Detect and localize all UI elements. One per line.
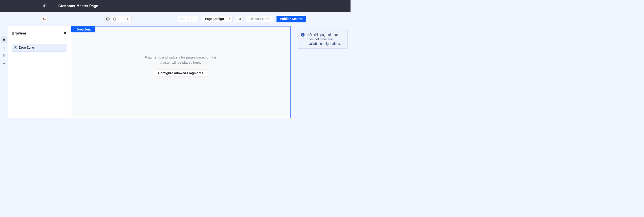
device-landscape-button[interactable] xyxy=(118,16,125,22)
svg-point-31 xyxy=(73,30,74,30)
more-menu-icon[interactable] xyxy=(324,3,329,9)
work-area: Browser Drop Zone xyxy=(0,26,351,118)
svg-rect-5 xyxy=(106,18,110,20)
svg-point-3 xyxy=(326,6,326,6)
mode-select[interactable]: Page Design xyxy=(202,16,232,22)
dropzone-chip-label: Drop Zone xyxy=(77,28,91,31)
svg-point-27 xyxy=(73,29,74,29)
config-panel: i Info This page element does not have a… xyxy=(295,26,350,118)
info-alert: i Info This page element does not have a… xyxy=(298,30,348,49)
design-options-icon[interactable] xyxy=(0,44,7,51)
drag-handle-icon xyxy=(72,28,75,31)
publish-master-button[interactable]: Publish Master xyxy=(276,16,306,22)
comments-icon[interactable] xyxy=(0,60,7,66)
browser-body: Drop Zone xyxy=(8,40,71,55)
page-toolbar: Page Design Discard Draft Publish Master xyxy=(0,12,351,26)
top-header: Customer Master Page xyxy=(0,0,351,12)
canvas-wrap: Drop Zone Fragments and widgets for page… xyxy=(71,26,295,118)
page-title: Customer Master Page xyxy=(58,4,98,8)
svg-point-15 xyxy=(239,18,240,20)
svg-point-30 xyxy=(74,29,74,30)
svg-point-29 xyxy=(73,29,74,30)
device-desktop-button[interactable] xyxy=(105,16,112,22)
browser-panel-icon[interactable] xyxy=(0,36,7,43)
add-fragment-icon[interactable] xyxy=(0,28,7,35)
svg-rect-21 xyxy=(4,48,4,48)
device-mobile-button[interactable] xyxy=(125,16,132,22)
svg-rect-18 xyxy=(3,38,5,39)
configure-allowed-fragments-button[interactable]: Configure Allowed Fragments xyxy=(154,70,207,76)
device-selector-group xyxy=(104,16,132,22)
tree-item-label: Drop Zone xyxy=(19,46,34,50)
locale-selector[interactable] xyxy=(41,16,48,22)
redo-button[interactable] xyxy=(185,16,192,22)
svg-rect-19 xyxy=(3,39,5,40)
page-content-icon[interactable] xyxy=(0,52,7,58)
svg-rect-0 xyxy=(44,5,46,7)
device-tablet-button[interactable] xyxy=(111,16,118,22)
info-icon: i xyxy=(301,33,304,36)
close-panel-icon[interactable] xyxy=(63,31,67,36)
canvas-drop-zone[interactable]: Drop Zone Fragments and widgets for page… xyxy=(71,26,290,118)
dropzone-placeholder-text: Fragments and widgets for pages based on… xyxy=(143,55,219,65)
left-icon-rail xyxy=(0,26,8,118)
svg-rect-10 xyxy=(120,18,123,20)
mode-select-value: Page Design xyxy=(205,17,224,21)
browser-header: Browser xyxy=(8,26,71,40)
history-group xyxy=(178,16,198,22)
svg-point-32 xyxy=(74,30,74,30)
discard-draft-button[interactable]: Discard Draft xyxy=(246,16,273,22)
dropzone-placeholder: Fragments and widgets for pages based on… xyxy=(143,55,219,76)
browser-title: Browser xyxy=(12,31,26,36)
browser-panel: Browser Drop Zone xyxy=(8,26,71,118)
dropzone-icon xyxy=(14,46,17,49)
preview-button[interactable] xyxy=(236,16,242,22)
info-label: Info xyxy=(307,33,312,36)
history-button[interactable] xyxy=(192,16,198,22)
us-flag-icon xyxy=(42,18,46,20)
mode-select-wrap: Page Design xyxy=(202,16,232,22)
svg-point-2 xyxy=(326,5,326,6)
svg-rect-20 xyxy=(3,40,5,40)
svg-point-28 xyxy=(74,29,74,29)
panel-toggle-icon[interactable] xyxy=(42,3,48,9)
dropzone-chip[interactable]: Drop Zone xyxy=(71,26,95,32)
undo-button[interactable] xyxy=(178,16,185,22)
tree-item-drop-zone[interactable]: Drop Zone xyxy=(12,44,67,51)
back-icon[interactable] xyxy=(50,3,56,9)
svg-point-4 xyxy=(326,7,326,8)
